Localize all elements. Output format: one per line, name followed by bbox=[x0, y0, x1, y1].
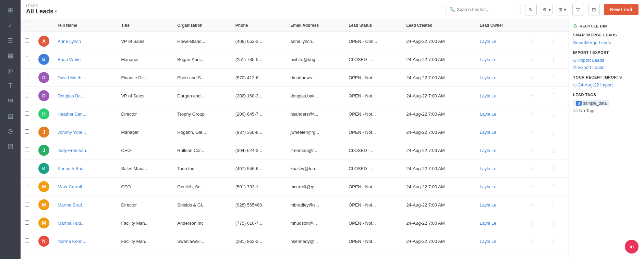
more-options-icon[interactable]: ⋮ bbox=[550, 238, 556, 245]
col-status[interactable]: Lead Status bbox=[344, 19, 402, 32]
row-checkbox[interactable] bbox=[25, 220, 29, 225]
owner-link[interactable]: Layla Le bbox=[479, 93, 496, 98]
nav-calendar-icon[interactable]: ▦ bbox=[3, 109, 17, 123]
more-options-icon[interactable]: ⋮ bbox=[550, 129, 556, 136]
nav-targets-icon[interactable]: ◎ bbox=[3, 64, 17, 78]
star-icon[interactable]: ☆ bbox=[530, 202, 534, 208]
nav-email-icon[interactable]: ✉ bbox=[3, 94, 17, 108]
smartmerge-leads-link[interactable]: SmartMerge Leads bbox=[573, 39, 640, 46]
lead-name-link[interactable]: Martha Brad... bbox=[58, 202, 86, 208]
star-icon[interactable]: ☆ bbox=[530, 148, 534, 153]
star-icon[interactable]: ☆ bbox=[530, 238, 534, 244]
star-icon[interactable]: ☆ bbox=[530, 75, 534, 81]
nav-text-icon[interactable]: T bbox=[3, 79, 17, 93]
row-checkbox[interactable] bbox=[25, 111, 29, 116]
owner-link[interactable]: Layla Le bbox=[479, 221, 496, 226]
row-checkbox-cell[interactable] bbox=[21, 50, 34, 69]
owner-link[interactable]: Layla Le bbox=[479, 111, 496, 117]
star-cell[interactable]: ☆ bbox=[525, 214, 546, 232]
nav-home-icon[interactable]: ⊞ bbox=[3, 3, 17, 17]
owner-link[interactable]: Layla Le bbox=[479, 130, 496, 135]
nav-reports-icon[interactable]: ▤ bbox=[3, 139, 17, 153]
star-cell[interactable]: ☆ bbox=[525, 196, 546, 214]
more-options-icon[interactable]: ⋮ bbox=[550, 38, 556, 45]
more-cell[interactable]: ⋮ bbox=[546, 178, 569, 196]
col-phone[interactable]: Phone bbox=[231, 19, 286, 32]
row-checkbox-cell[interactable] bbox=[21, 87, 34, 105]
row-checkbox[interactable] bbox=[25, 166, 29, 170]
columns-button[interactable]: ⊟ bbox=[588, 4, 600, 15]
recent-import-link[interactable]: ⊙ 24-Aug-22 Import bbox=[573, 81, 640, 89]
sample-data-tag[interactable]: S sample_data bbox=[573, 100, 609, 106]
page-title-dropdown-icon[interactable]: ▾ bbox=[55, 9, 57, 14]
row-checkbox[interactable] bbox=[25, 38, 29, 43]
row-checkbox-cell[interactable] bbox=[21, 196, 34, 214]
row-checkbox[interactable] bbox=[25, 75, 29, 79]
row-checkbox[interactable] bbox=[25, 93, 29, 97]
star-cell[interactable]: ☆ bbox=[525, 50, 546, 69]
star-icon[interactable]: ☆ bbox=[530, 93, 534, 99]
lead-name-link[interactable]: Kenneth Bai... bbox=[58, 166, 86, 171]
more-options-icon[interactable]: ⋮ bbox=[550, 110, 556, 117]
row-checkbox-cell[interactable] bbox=[21, 69, 34, 87]
lead-name-link[interactable]: Judy Freeman... bbox=[58, 148, 90, 153]
star-icon[interactable]: ☆ bbox=[530, 129, 534, 135]
lead-name-link[interactable]: Douglas Ba... bbox=[58, 93, 84, 98]
star-icon[interactable]: ☆ bbox=[530, 184, 534, 190]
nav-clock-icon[interactable]: ◷ bbox=[3, 124, 17, 138]
more-options-icon[interactable]: ⋮ bbox=[550, 220, 556, 226]
settings-button[interactable]: ⚙ ▾ bbox=[541, 4, 552, 15]
col-organization[interactable]: Organization bbox=[173, 19, 231, 32]
more-cell[interactable]: ⋮ bbox=[546, 196, 569, 214]
row-checkbox-cell[interactable] bbox=[21, 178, 34, 196]
more-cell[interactable]: ⋮ bbox=[546, 50, 569, 69]
more-options-icon[interactable]: ⋮ bbox=[550, 92, 556, 99]
more-options-icon[interactable]: ⋮ bbox=[550, 165, 556, 172]
row-checkbox[interactable] bbox=[25, 202, 29, 207]
lead-name-link[interactable]: Martha Hud... bbox=[58, 221, 85, 226]
star-cell[interactable]: ☆ bbox=[525, 141, 546, 160]
owner-link[interactable]: Layla Le bbox=[479, 75, 496, 80]
star-cell[interactable]: ☆ bbox=[525, 32, 546, 50]
col-title[interactable]: Title bbox=[117, 19, 173, 32]
nav-tasks-icon[interactable]: ✓ bbox=[3, 19, 17, 32]
more-options-icon[interactable]: ⋮ bbox=[550, 147, 556, 154]
nav-contacts-icon[interactable]: ☰ bbox=[3, 34, 17, 47]
row-checkbox[interactable] bbox=[25, 57, 29, 61]
lead-name-link[interactable]: Norma Kenn... bbox=[58, 239, 86, 244]
star-cell[interactable]: ☆ bbox=[525, 160, 546, 178]
grid-view-button[interactable]: ⊞ ▾ bbox=[557, 4, 568, 15]
star-icon[interactable]: ☆ bbox=[530, 57, 534, 62]
more-cell[interactable]: ⋮ bbox=[546, 160, 569, 178]
owner-link[interactable]: Layla Le bbox=[479, 39, 496, 44]
row-checkbox-cell[interactable] bbox=[21, 105, 34, 123]
nav-accounts-icon[interactable]: ▦ bbox=[3, 49, 17, 62]
row-checkbox-cell[interactable] bbox=[21, 141, 34, 160]
row-checkbox-cell[interactable] bbox=[21, 32, 34, 50]
star-icon[interactable]: ☆ bbox=[530, 220, 534, 226]
col-created[interactable]: Lead Created bbox=[402, 19, 476, 32]
star-cell[interactable]: ☆ bbox=[525, 105, 546, 123]
import-leads-link[interactable]: ⊙ Import Leads bbox=[573, 57, 640, 64]
lead-name-link[interactable]: Johnny Whe... bbox=[58, 130, 86, 135]
more-cell[interactable]: ⋮ bbox=[546, 141, 569, 160]
more-cell[interactable]: ⋮ bbox=[546, 214, 569, 232]
col-owner[interactable]: Lead Owner bbox=[475, 19, 525, 32]
star-cell[interactable]: ☆ bbox=[525, 69, 546, 87]
search-input[interactable] bbox=[457, 7, 517, 12]
row-checkbox-cell[interactable] bbox=[21, 232, 34, 250]
owner-link[interactable]: Layla Le bbox=[479, 148, 496, 153]
col-email[interactable]: Email Address bbox=[286, 19, 344, 32]
row-checkbox[interactable] bbox=[25, 184, 29, 188]
col-fullname[interactable]: Full Name bbox=[53, 19, 117, 32]
refresh-button[interactable]: ↻ bbox=[525, 4, 537, 15]
star-icon[interactable]: ☆ bbox=[530, 111, 534, 117]
more-options-icon[interactable]: ⋮ bbox=[550, 74, 556, 81]
owner-link[interactable]: Layla Le bbox=[479, 184, 496, 189]
more-cell[interactable]: ⋮ bbox=[546, 123, 569, 141]
lead-name-link[interactable]: David Matth... bbox=[58, 75, 85, 80]
star-cell[interactable]: ☆ bbox=[525, 123, 546, 141]
owner-link[interactable]: Layla Le bbox=[479, 202, 496, 208]
row-checkbox-cell[interactable] bbox=[21, 214, 34, 232]
new-lead-button[interactable]: New Lead bbox=[604, 4, 639, 15]
